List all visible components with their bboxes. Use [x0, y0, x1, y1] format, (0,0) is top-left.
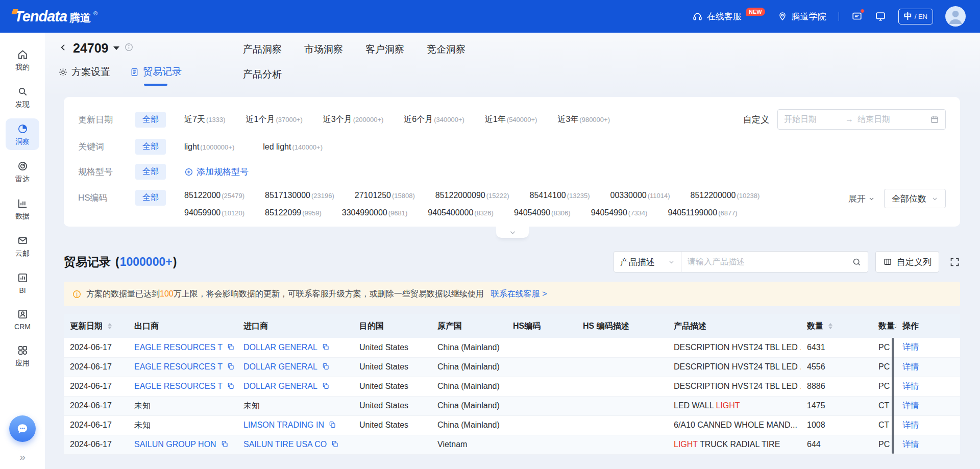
sidebar-item-apps[interactable]: 应用: [6, 340, 39, 372]
sort-control[interactable]: [828, 323, 832, 329]
hs-code-option[interactable]: 8517130000(23196): [265, 191, 334, 200]
plan-dropdown-caret-icon[interactable]: [113, 46, 119, 50]
date-range-input[interactable]: →: [777, 109, 946, 130]
chat-fab-button[interactable]: [9, 415, 36, 442]
custom-date-label[interactable]: 自定义: [743, 114, 769, 126]
expand-toggle[interactable]: 展开: [848, 193, 875, 205]
importer-link[interactable]: LIMSON TRADING IN: [243, 421, 324, 429]
hs-code-option[interactable]: 85122000(25479): [184, 191, 244, 200]
detail-link[interactable]: 详情: [902, 421, 919, 429]
hs-code-option[interactable]: 94054090(8306): [514, 208, 571, 217]
exporter-link[interactable]: EAGLE RESOURCES T: [134, 343, 223, 352]
insight-nav-tab-3[interactable]: 竞企洞察: [427, 43, 465, 56]
language-switch[interactable]: 中 / EN: [898, 9, 933, 24]
detail-link[interactable]: 详情: [902, 401, 919, 410]
sidebar-item-radar[interactable]: 雷达: [6, 156, 39, 187]
exporter-link[interactable]: SAILUN GROUP HON: [134, 440, 216, 449]
product-search-input[interactable]: [688, 257, 852, 266]
column-header-8[interactable]: 数量: [801, 314, 872, 338]
date-option[interactable]: 近3年(980000+): [557, 114, 610, 125]
start-date-input[interactable]: [784, 115, 841, 124]
copy-icon[interactable]: [220, 440, 229, 448]
logo[interactable]: Tendata 腾道 ®: [14, 8, 97, 25]
keyword-option[interactable]: led light(140000+): [263, 142, 323, 152]
keyword-option[interactable]: light(1000000+): [184, 142, 234, 152]
insight-nav-tab-2[interactable]: 客户洞察: [365, 43, 404, 56]
digits-dropdown[interactable]: 全部位数: [884, 189, 946, 208]
academy-button[interactable]: 腾道学院: [777, 11, 826, 22]
exporter-link[interactable]: EAGLE RESOURCES T: [134, 382, 223, 390]
date-option[interactable]: 近1个月(37000+): [246, 114, 302, 125]
sidebar-item-home[interactable]: 我的: [6, 44, 39, 76]
sidebar-item-discover[interactable]: 发现: [6, 81, 39, 113]
spec-all-pill[interactable]: 全部: [135, 164, 166, 180]
copy-icon[interactable]: [227, 382, 235, 390]
date-option[interactable]: 近7天(1333): [184, 114, 225, 125]
importer-link[interactable]: DOLLAR GENERAL: [243, 343, 317, 352]
importer-link[interactable]: SAILUN TIRE USA CO: [243, 440, 327, 449]
sort-desc-icon[interactable]: [828, 327, 832, 329]
feedback-button[interactable]: [851, 11, 863, 22]
hs-all-pill[interactable]: 全部: [135, 190, 166, 206]
contact-service-link[interactable]: 联系在线客服 >: [491, 289, 547, 300]
sidebar-item-insight[interactable]: 洞察: [6, 118, 39, 150]
keyword-all-pill[interactable]: 全部: [135, 139, 166, 155]
copy-icon[interactable]: [331, 440, 339, 448]
filter-collapse-tab[interactable]: [496, 227, 529, 238]
hs-code-option[interactable]: 94054990(7334): [591, 208, 648, 217]
detail-link[interactable]: 详情: [902, 362, 919, 371]
hs-code-option[interactable]: 94059900(10120): [184, 208, 244, 217]
copy-icon[interactable]: [227, 362, 235, 371]
custom-columns-button[interactable]: 自定义列: [875, 251, 939, 273]
importer-link[interactable]: DOLLAR GENERAL: [243, 362, 317, 371]
hs-code-option[interactable]: 8512200000(10238): [691, 191, 760, 200]
copy-icon[interactable]: [322, 343, 330, 351]
avatar[interactable]: [945, 6, 966, 27]
search-field-select[interactable]: 产品描述: [614, 251, 681, 273]
exporter-link[interactable]: EAGLE RESOURCES T: [134, 362, 223, 371]
insight-nav-tab-0[interactable]: 产品洞察: [243, 43, 282, 56]
sidebar-item-crm[interactable]: CRM: [6, 304, 39, 334]
search-icon[interactable]: [852, 257, 862, 267]
date-option[interactable]: 近6个月(340000+): [404, 114, 464, 125]
detail-link[interactable]: 详情: [902, 382, 919, 390]
back-button[interactable]: [58, 42, 68, 55]
hs-code-option[interactable]: 85122000090(15222): [435, 191, 509, 200]
tab-product-analysis[interactable]: 产品分析: [243, 69, 282, 80]
sort-asc-icon[interactable]: [828, 323, 832, 326]
hs-code-option[interactable]: 85414100(13235): [530, 191, 590, 200]
fullscreen-button[interactable]: [949, 257, 960, 267]
calendar-icon[interactable]: [930, 115, 939, 124]
add-spec-button[interactable]: 添加规格型号: [184, 166, 249, 178]
workbench-button[interactable]: [875, 11, 886, 22]
sidebar-item-bi[interactable]: BI: [6, 267, 39, 298]
sort-asc-icon[interactable]: [108, 323, 112, 326]
hs-code-option[interactable]: 27101250(15808): [355, 191, 415, 200]
table-vertical-scrollbar[interactable]: [892, 338, 894, 454]
importer-link[interactable]: DOLLAR GENERAL: [243, 382, 317, 390]
tab-trade-records[interactable]: 贸易记录: [130, 65, 182, 79]
date-all-pill[interactable]: 全部: [135, 112, 166, 128]
info-icon[interactable]: [124, 42, 134, 54]
hs-code-option[interactable]: 3304990000(9681): [342, 208, 408, 217]
detail-link[interactable]: 详情: [902, 342, 919, 351]
copy-icon[interactable]: [322, 362, 330, 371]
sort-desc-icon[interactable]: [108, 327, 112, 329]
hs-code-option[interactable]: 9405400000(8326): [428, 208, 494, 217]
copy-icon[interactable]: [322, 382, 330, 390]
hs-code-option[interactable]: 85122099(9959): [265, 208, 322, 217]
sidebar-item-data[interactable]: 数据: [6, 193, 39, 225]
end-date-input[interactable]: [857, 115, 915, 124]
date-option[interactable]: 近3个月(200000+): [323, 114, 384, 125]
hs-code-option[interactable]: 00330000(11014): [610, 191, 670, 200]
copy-icon[interactable]: [328, 421, 336, 429]
date-option[interactable]: 近1年(540000+): [485, 114, 537, 125]
insight-nav-tab-1[interactable]: 市场洞察: [304, 43, 343, 56]
column-header-0[interactable]: 更新日期: [64, 314, 128, 338]
hs-code-option[interactable]: 94051199000(6877): [668, 208, 737, 217]
copy-icon[interactable]: [227, 343, 235, 351]
online-service-button[interactable]: 在线客服 NEW: [692, 11, 765, 22]
sidebar-item-mail[interactable]: 云邮: [6, 230, 39, 262]
sidebar-collapse-button[interactable]: »: [19, 451, 26, 463]
detail-link[interactable]: 详情: [902, 440, 919, 449]
